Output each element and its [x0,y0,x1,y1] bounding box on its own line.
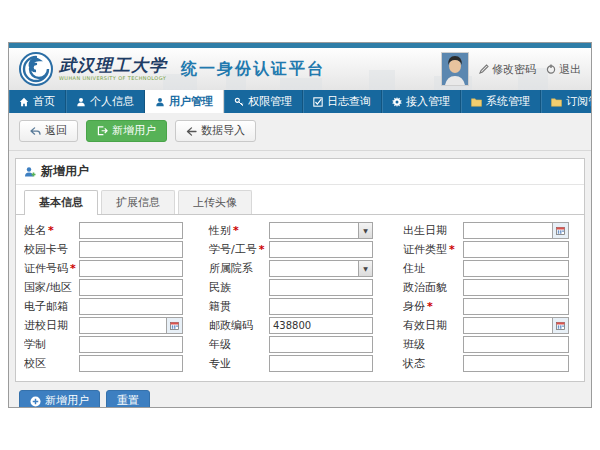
enroll-date-label: 进校日期 [24,318,79,333]
chevron-down-icon[interactable]: ▼ [358,261,372,276]
student-id-input[interactable] [269,241,373,258]
check-square-icon [313,97,323,107]
app-window: 武汉理工大学 WUHAN UNIVERSITY OF TECHNOLOGY 统一… [8,42,592,408]
address-input[interactable] [463,260,569,277]
form-actions: 新增用户 重置 [19,390,581,408]
basic-info-form: 姓名* 性别* ▼ 出生日期 校园卡号 学号/工号* 证件类型* 证件号码* 所… [16,215,584,381]
calendar-icon[interactable] [552,318,568,333]
tab-basic-info[interactable]: 基本信息 [24,190,98,215]
id-number-input[interactable] [79,260,183,277]
country-input[interactable] [79,279,183,296]
reset-label: 重置 [117,394,139,408]
country-label: 国家/地区 [24,280,79,295]
grade-input[interactable] [269,336,373,353]
nav-item-system-management[interactable]: 系统管理 [461,90,541,113]
study-length-input[interactable] [79,336,183,353]
class-label: 班级 [373,337,463,352]
status-label: 状态 [373,356,463,371]
back-arrow-icon [30,127,41,136]
back-button[interactable]: 返回 [19,120,78,142]
campus-card-input[interactable] [79,241,183,258]
add-user-icon [24,166,36,178]
identity-label: 身份* [373,299,463,314]
add-user-toolbar-button[interactable]: 新增用户 [86,120,167,142]
postal-code-label: 邮政编码 [183,318,269,333]
data-import-button[interactable]: 数据导入 [175,120,256,142]
nav-item-subscription-management[interactable]: 订阅管理 [541,90,592,113]
logout-link[interactable]: 退出 [546,62,581,77]
nav-item-user-management[interactable]: 用户管理 [145,90,224,113]
ethnicity-label: 民族 [183,280,269,295]
nav-item-access-management[interactable]: 接入管理 [382,90,461,113]
user-area: 修改密码 退出 [441,52,581,86]
id-type-label: 证件类型* [373,242,463,257]
nav-label: 系统管理 [486,94,530,109]
logout-label: 退出 [559,62,581,77]
panel-header: 新增用户 [16,159,584,185]
user-icon [76,97,86,107]
birth-date-input[interactable] [463,222,569,239]
home-icon [19,97,29,107]
political-status-label: 政治面貌 [373,280,463,295]
folder-icon [551,97,562,107]
ethnicity-input[interactable] [269,279,373,296]
power-icon [546,64,556,74]
user-icon [155,97,165,107]
change-password-link[interactable]: 修改密码 [479,62,536,77]
nav-label: 用户管理 [169,94,213,109]
add-user-label: 新增用户 [112,124,156,138]
nav-item-home[interactable]: 首页 [9,90,66,113]
chevron-down-icon[interactable]: ▼ [358,223,372,238]
gender-select[interactable]: ▼ [269,222,373,239]
campus-input[interactable] [79,355,183,372]
plus-circle-icon [30,396,41,407]
user-avatar [441,52,469,86]
header: 武汉理工大学 WUHAN UNIVERSITY OF TECHNOLOGY 统一… [9,48,591,90]
reset-button[interactable]: 重置 [106,390,150,408]
nav-item-log-query[interactable]: 日志查询 [303,90,382,113]
nav-item-permission-management[interactable]: 权限管理 [224,90,303,113]
brand-block: 武汉理工大学 WUHAN UNIVERSITY OF TECHNOLOGY [59,57,167,81]
valid-date-input[interactable] [463,317,569,334]
key-icon [234,97,244,107]
platform-title: 统一身份认证平台 [181,59,325,80]
department-select[interactable]: ▼ [269,260,373,277]
address-label: 住址 [373,261,463,276]
name-input[interactable] [79,222,183,239]
id-number-label: 证件号码* [24,261,79,276]
name-label: 姓名* [24,223,79,238]
postal-code-input[interactable] [269,317,373,334]
main-nav: 首页 个人信息 用户管理 权限管理 日志查询 接入管理 系统管理 订阅管理 [9,90,591,113]
data-import-label: 数据导入 [201,124,245,138]
university-name: 武汉理工大学 [59,57,167,74]
tab-extended-info[interactable]: 扩展信息 [101,190,175,214]
gear-icon [392,97,402,107]
left-arrow-icon [186,127,197,136]
department-label: 所属院系 [183,261,269,276]
folder-icon [471,97,482,107]
submit-add-user-button[interactable]: 新增用户 [19,390,100,408]
submit-label: 新增用户 [45,394,89,408]
nav-item-personal-info[interactable]: 个人信息 [66,90,145,113]
major-input[interactable] [269,355,373,372]
university-subtitle: WUHAN UNIVERSITY OF TECHNOLOGY [59,76,167,81]
calendar-icon[interactable] [166,318,182,333]
status-input[interactable] [463,355,569,372]
enroll-date-input[interactable] [79,317,183,334]
nav-label: 权限管理 [248,94,292,109]
major-label: 专业 [183,356,269,371]
email-input[interactable] [79,298,183,315]
class-input[interactable] [463,336,569,353]
tab-bar: 基本信息 扩展信息 上传头像 [16,185,584,215]
id-type-input[interactable] [463,241,569,258]
university-logo-icon [19,52,53,86]
email-label: 电子邮箱 [24,299,79,314]
tab-upload-avatar[interactable]: 上传头像 [178,190,252,214]
calendar-icon[interactable] [552,223,568,238]
new-user-panel: 新增用户 基本信息 扩展信息 上传头像 姓名* 性别* ▼ 出生日期 校园卡号 … [15,158,585,382]
political-status-input[interactable] [463,279,569,296]
nav-label: 个人信息 [90,94,134,109]
toolbar: 返回 新增用户 数据导入 [9,120,591,151]
native-place-input[interactable] [269,298,373,315]
identity-input[interactable] [463,298,569,315]
